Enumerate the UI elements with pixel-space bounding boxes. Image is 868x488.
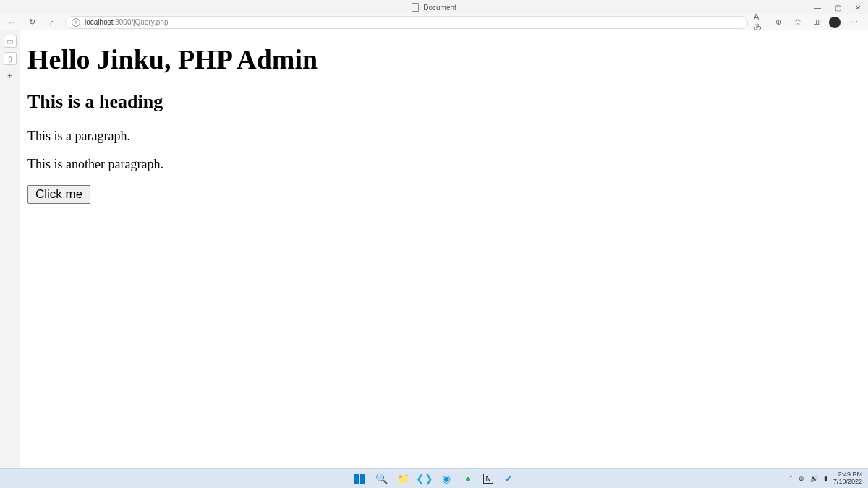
page-paragraph-2: This is another paragraph. [27,157,861,172]
back-button[interactable]: ← [4,15,19,30]
tray-chevron-icon[interactable]: ˄ [789,475,793,482]
new-tab-button[interactable]: + [4,69,17,82]
app-icon[interactable]: ✔ [502,472,515,485]
page-h2: This is a heading [27,91,861,113]
favorites-icon[interactable]: ✩ [791,17,803,28]
notion-icon[interactable]: N [483,474,493,484]
vertical-tabs-sidebar: ▭ ▯ + [0,30,20,468]
document-icon [412,3,419,12]
clock[interactable]: 2:49 PM 7/10/2022 [833,471,862,486]
battery-icon[interactable]: ▮ [824,475,827,482]
window-controls: — ▢ ✕ [807,0,868,14]
search-icon[interactable]: 🔍 [375,472,388,485]
collections-icon[interactable]: ⊞ [810,17,822,28]
windows-taskbar: 🔍 📁 ❮❯ ◉ ● N ✔ ˄ ⊚ 🔊 ▮ 2:49 PM 7/10/2022 [0,468,868,488]
address-bar[interactable]: i localhost:3000/jQuery.php [65,16,748,29]
page-paragraph-1: This is a paragraph. [27,129,861,144]
window-titlebar: Document — ▢ ✕ [0,0,868,14]
close-button[interactable]: ✕ [848,0,868,14]
start-button[interactable] [353,472,366,485]
read-aloud-icon[interactable]: Aあ [754,17,765,28]
wifi-icon[interactable]: ⊚ [799,475,804,482]
spotify-icon[interactable]: ● [461,472,475,485]
page-h1: Hello Jinku, PHP Admin [27,43,861,75]
clock-date: 7/10/2022 [833,479,862,486]
tab-title-area: Document [412,3,456,12]
toolbar-right-icons: Aあ ⊕ ✩ ⊞ ⋯ [754,17,864,28]
site-info-icon[interactable]: i [72,18,80,27]
page-content: Hello Jinku, PHP Admin This is a heading… [20,30,868,468]
explorer-icon[interactable]: 📁 [396,472,409,485]
vscode-icon[interactable]: ❮❯ [418,472,431,485]
main-area: ▭ ▯ + Hello Jinku, PHP Admin This is a h… [0,30,868,468]
edge-icon[interactable]: ◉ [440,472,453,485]
profile-avatar[interactable] [829,17,841,28]
home-button[interactable]: ⌂ [45,15,59,30]
volume-icon[interactable]: 🔊 [810,475,818,482]
url-text: localhost:3000/jQuery.php [85,18,168,26]
minimize-button[interactable]: — [807,0,827,14]
refresh-button[interactable]: ↻ [25,15,39,30]
maximize-button[interactable]: ▢ [827,0,848,14]
sidebar-tab-2[interactable]: ▯ [4,52,17,65]
zoom-icon[interactable]: ⊕ [773,17,784,28]
more-menu-icon[interactable]: ⋯ [848,17,859,28]
system-tray: ˄ ⊚ 🔊 ▮ 2:49 PM 7/10/2022 [789,471,862,486]
tab-title: Document [423,4,456,12]
taskbar-center: 🔍 📁 ❮❯ ◉ ● N ✔ [353,472,515,485]
click-me-button[interactable]: Click me [27,185,90,204]
sidebar-tab-1[interactable]: ▭ [4,35,17,48]
browser-toolbar: ← ↻ ⌂ i localhost:3000/jQuery.php Aあ ⊕ ✩… [0,14,868,30]
